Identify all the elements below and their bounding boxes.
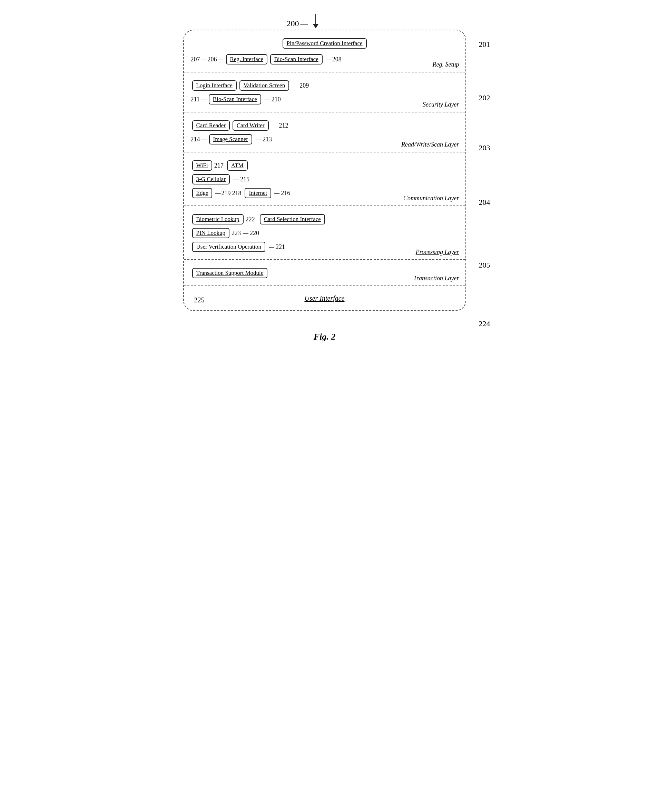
ref-223: 223 (231, 230, 241, 237)
pin-lookup: PIN Lookup (192, 228, 230, 238)
ref-206: 206 (208, 56, 217, 63)
ref-209: 209 (300, 82, 309, 89)
wifi: WiFi (192, 160, 212, 171)
section-ref-204: 204 (479, 198, 490, 207)
main-reference: 200 — (287, 14, 466, 28)
bioscan-211-row: 211 — Bio-Scan Interface — 210 (191, 93, 459, 105)
pin-lookup-row: PIN Lookup 223 — 220 (191, 227, 459, 239)
user-interface-label: User Interface (304, 295, 344, 302)
ref-dash: — (300, 19, 308, 28)
ref-212: 212 (279, 122, 288, 129)
main-ref-number: 200 (287, 19, 299, 28)
card-reader: Card Reader (192, 121, 230, 131)
layer-read-write-scan: Card Reader Card Writer — 212 214 — Imag… (184, 112, 465, 153)
cellular-row: 3-G Cellular — 215 (191, 173, 459, 186)
ref-219: 219 (221, 190, 231, 197)
layer-reg-setup: Pin/Password Creation Interface 207 — 20… (184, 31, 465, 72)
reg-interface: Reg. Interface (226, 54, 267, 64)
section-ref-202: 202 (479, 93, 490, 102)
ref-221: 221 (276, 243, 285, 251)
communication-layer-label: Communication Layer (403, 195, 459, 202)
edge: Edge (192, 188, 213, 198)
wifi-atm-row: WiFi 217 ATM (191, 159, 459, 172)
figure-caption: Fig. 2 (314, 332, 336, 342)
card-reader-writer-row: Card Reader Card Writer — 212 (191, 119, 459, 132)
diagram-container: 200 — 201 202 203 204 205 224 Pin/Passwo… (183, 14, 466, 311)
atm: ATM (227, 160, 248, 171)
card-writer: Card Writer (233, 121, 269, 131)
internet: Internet (245, 188, 271, 198)
pin-password-row: Pin/Password Creation Interface (191, 37, 459, 52)
ref-210: 210 (271, 96, 281, 103)
user-verification-operation: User Verification Operation (192, 242, 266, 252)
ref-222: 222 (246, 216, 255, 223)
ref-217: 217 (214, 162, 223, 169)
ref-215: 215 (240, 176, 249, 183)
ref-211: 211 (191, 96, 200, 103)
ref-214: 214 (191, 136, 200, 143)
read-write-scan-label: Read/Write/Scan Layer (401, 141, 459, 148)
ref-208: 208 (332, 56, 341, 63)
processing-layer-label: Processing Layer (416, 249, 459, 256)
ref-213: 213 (263, 136, 272, 143)
ref-225: 225 (194, 296, 205, 304)
ref-216: 216 (281, 190, 290, 197)
biometric-card-selection-row: Biometric Lookup 222 Card Selection Inte… (191, 213, 459, 226)
reg-setup-label: Reg. Setup (433, 61, 459, 68)
transaction-layer-label: Transaction Layer (413, 275, 459, 282)
security-layer-label: Security Layer (422, 101, 459, 108)
layer-user-interface: 225 — User Interface (184, 286, 465, 310)
main-box: Pin/Password Creation Interface 207 — 20… (183, 30, 466, 311)
layer-transaction: Transaction Support Module Transaction L… (184, 260, 465, 286)
ref-218: 218 (232, 190, 241, 197)
ref-207: 207 (191, 56, 200, 63)
pin-password-interface: Pin/Password Creation Interface (283, 38, 367, 49)
bio-scan-interface-211: Bio-Scan Interface (209, 94, 261, 104)
cellular-3g: 3-G Cellular (192, 174, 230, 185)
card-selection-interface: Card Selection Interface (260, 214, 325, 224)
login-validation-row: Login Interface Validation Screen — 209 (191, 79, 459, 92)
section-ref-201: 201 (479, 40, 490, 49)
section-ref-224: 224 (479, 319, 490, 328)
arrow-down (313, 14, 318, 28)
validation-screen: Validation Screen (239, 80, 289, 91)
biometric-lookup: Biometric Lookup (192, 214, 243, 224)
transaction-support-module: Transaction Support Module (192, 268, 268, 278)
ref-220: 220 (250, 230, 259, 237)
login-interface: Login Interface (192, 80, 237, 91)
layer-processing: Biometric Lookup 222 Card Selection Inte… (184, 206, 465, 260)
bio-scan-interface-206: Bio-Scan Interface (270, 54, 323, 64)
image-scanner: Image Scanner (209, 134, 252, 145)
section-ref-203: 203 (479, 143, 490, 153)
section-ref-205: 205 (479, 261, 490, 270)
reg-bioscan-row: 207 — 206 — Reg. Interface Bio-Scan Inte… (191, 53, 459, 66)
layer-communication: WiFi 217 ATM 3-G Cellular — 215 Edge — 2… (184, 153, 465, 206)
layer-security: Login Interface Validation Screen — 209 … (184, 72, 465, 112)
